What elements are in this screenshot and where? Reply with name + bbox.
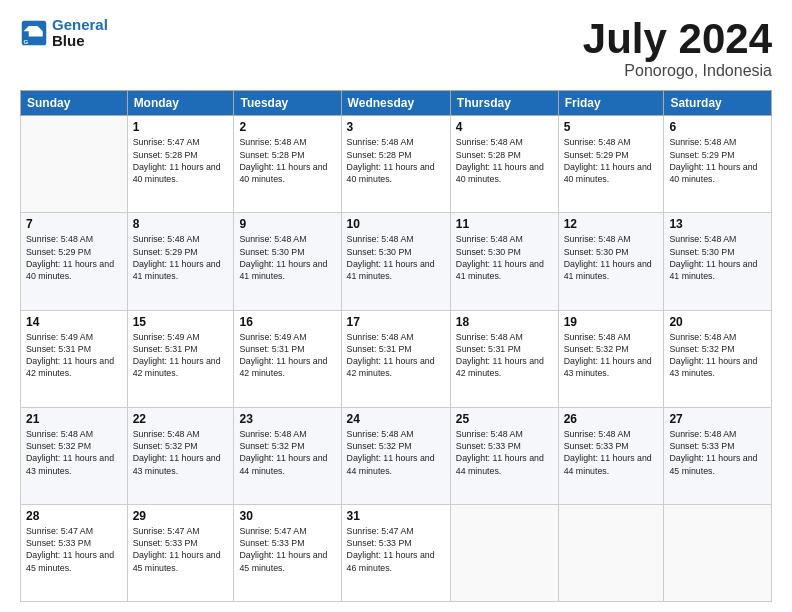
day-number: 17 — [347, 315, 445, 329]
page: G General Blue July 2024 Ponorogo, Indon… — [0, 0, 792, 612]
day-number: 1 — [133, 120, 229, 134]
day-detail: Sunrise: 5:48 AMSunset: 5:28 PMDaylight:… — [239, 136, 335, 185]
calendar-cell: 28Sunrise: 5:47 AMSunset: 5:33 PMDayligh… — [21, 504, 128, 601]
calendar-cell: 30Sunrise: 5:47 AMSunset: 5:33 PMDayligh… — [234, 504, 341, 601]
day-detail: Sunrise: 5:48 AMSunset: 5:31 PMDaylight:… — [347, 331, 445, 380]
svg-text:G: G — [24, 38, 29, 45]
calendar-cell: 10Sunrise: 5:48 AMSunset: 5:30 PMDayligh… — [341, 213, 450, 310]
calendar-cell: 18Sunrise: 5:48 AMSunset: 5:31 PMDayligh… — [450, 310, 558, 407]
day-detail: Sunrise: 5:48 AMSunset: 5:32 PMDaylight:… — [26, 428, 122, 477]
day-number: 20 — [669, 315, 766, 329]
calendar-cell: 22Sunrise: 5:48 AMSunset: 5:32 PMDayligh… — [127, 407, 234, 504]
calendar-cell: 26Sunrise: 5:48 AMSunset: 5:33 PMDayligh… — [558, 407, 664, 504]
day-number: 23 — [239, 412, 335, 426]
calendar-cell: 9Sunrise: 5:48 AMSunset: 5:30 PMDaylight… — [234, 213, 341, 310]
calendar-cell: 14Sunrise: 5:49 AMSunset: 5:31 PMDayligh… — [21, 310, 128, 407]
calendar-cell: 16Sunrise: 5:49 AMSunset: 5:31 PMDayligh… — [234, 310, 341, 407]
day-detail: Sunrise: 5:48 AMSunset: 5:30 PMDaylight:… — [456, 233, 553, 282]
day-detail: Sunrise: 5:48 AMSunset: 5:28 PMDaylight:… — [456, 136, 553, 185]
day-number: 21 — [26, 412, 122, 426]
calendar-cell: 24Sunrise: 5:48 AMSunset: 5:32 PMDayligh… — [341, 407, 450, 504]
day-number: 24 — [347, 412, 445, 426]
header: G General Blue July 2024 Ponorogo, Indon… — [20, 16, 772, 80]
calendar-cell: 29Sunrise: 5:47 AMSunset: 5:33 PMDayligh… — [127, 504, 234, 601]
day-number: 15 — [133, 315, 229, 329]
calendar-cell: 31Sunrise: 5:47 AMSunset: 5:33 PMDayligh… — [341, 504, 450, 601]
day-detail: Sunrise: 5:48 AMSunset: 5:30 PMDaylight:… — [564, 233, 659, 282]
day-detail: Sunrise: 5:48 AMSunset: 5:29 PMDaylight:… — [26, 233, 122, 282]
calendar-cell: 13Sunrise: 5:48 AMSunset: 5:30 PMDayligh… — [664, 213, 772, 310]
calendar-cell: 2Sunrise: 5:48 AMSunset: 5:28 PMDaylight… — [234, 116, 341, 213]
calendar-week-row: 28Sunrise: 5:47 AMSunset: 5:33 PMDayligh… — [21, 504, 772, 601]
day-number: 16 — [239, 315, 335, 329]
day-detail: Sunrise: 5:49 AMSunset: 5:31 PMDaylight:… — [26, 331, 122, 380]
day-number: 26 — [564, 412, 659, 426]
calendar-cell: 4Sunrise: 5:48 AMSunset: 5:28 PMDaylight… — [450, 116, 558, 213]
calendar-cell: 19Sunrise: 5:48 AMSunset: 5:32 PMDayligh… — [558, 310, 664, 407]
logo: G General Blue — [20, 16, 108, 50]
day-number: 12 — [564, 217, 659, 231]
day-number: 14 — [26, 315, 122, 329]
header-row: SundayMondayTuesdayWednesdayThursdayFrid… — [21, 91, 772, 116]
header-day: Friday — [558, 91, 664, 116]
calendar-cell: 23Sunrise: 5:48 AMSunset: 5:32 PMDayligh… — [234, 407, 341, 504]
day-detail: Sunrise: 5:47 AMSunset: 5:28 PMDaylight:… — [133, 136, 229, 185]
day-detail: Sunrise: 5:49 AMSunset: 5:31 PMDaylight:… — [133, 331, 229, 380]
calendar-cell — [558, 504, 664, 601]
day-detail: Sunrise: 5:48 AMSunset: 5:33 PMDaylight:… — [564, 428, 659, 477]
day-detail: Sunrise: 5:48 AMSunset: 5:29 PMDaylight:… — [133, 233, 229, 282]
day-detail: Sunrise: 5:48 AMSunset: 5:30 PMDaylight:… — [669, 233, 766, 282]
day-number: 29 — [133, 509, 229, 523]
day-number: 19 — [564, 315, 659, 329]
day-detail: Sunrise: 5:48 AMSunset: 5:28 PMDaylight:… — [347, 136, 445, 185]
calendar-week-row: 21Sunrise: 5:48 AMSunset: 5:32 PMDayligh… — [21, 407, 772, 504]
day-detail: Sunrise: 5:48 AMSunset: 5:33 PMDaylight:… — [456, 428, 553, 477]
header-day: Sunday — [21, 91, 128, 116]
calendar-week-row: 1Sunrise: 5:47 AMSunset: 5:28 PMDaylight… — [21, 116, 772, 213]
day-number: 7 — [26, 217, 122, 231]
calendar-cell: 20Sunrise: 5:48 AMSunset: 5:32 PMDayligh… — [664, 310, 772, 407]
header-day: Wednesday — [341, 91, 450, 116]
day-number: 3 — [347, 120, 445, 134]
day-detail: Sunrise: 5:48 AMSunset: 5:31 PMDaylight:… — [456, 331, 553, 380]
calendar-week-row: 7Sunrise: 5:48 AMSunset: 5:29 PMDaylight… — [21, 213, 772, 310]
header-day: Monday — [127, 91, 234, 116]
day-number: 2 — [239, 120, 335, 134]
day-number: 25 — [456, 412, 553, 426]
day-number: 8 — [133, 217, 229, 231]
title-month: July 2024 — [583, 16, 772, 62]
calendar-cell: 1Sunrise: 5:47 AMSunset: 5:28 PMDaylight… — [127, 116, 234, 213]
day-number: 28 — [26, 509, 122, 523]
calendar-table: SundayMondayTuesdayWednesdayThursdayFrid… — [20, 90, 772, 602]
day-detail: Sunrise: 5:48 AMSunset: 5:32 PMDaylight:… — [564, 331, 659, 380]
day-detail: Sunrise: 5:48 AMSunset: 5:32 PMDaylight:… — [347, 428, 445, 477]
calendar-cell: 25Sunrise: 5:48 AMSunset: 5:33 PMDayligh… — [450, 407, 558, 504]
calendar-cell — [21, 116, 128, 213]
calendar-cell: 27Sunrise: 5:48 AMSunset: 5:33 PMDayligh… — [664, 407, 772, 504]
day-number: 13 — [669, 217, 766, 231]
logo-icon: G — [20, 19, 48, 47]
day-number: 22 — [133, 412, 229, 426]
day-number: 4 — [456, 120, 553, 134]
calendar-cell: 12Sunrise: 5:48 AMSunset: 5:30 PMDayligh… — [558, 213, 664, 310]
day-number: 30 — [239, 509, 335, 523]
calendar-cell: 15Sunrise: 5:49 AMSunset: 5:31 PMDayligh… — [127, 310, 234, 407]
calendar-cell: 6Sunrise: 5:48 AMSunset: 5:29 PMDaylight… — [664, 116, 772, 213]
calendar-cell: 7Sunrise: 5:48 AMSunset: 5:29 PMDaylight… — [21, 213, 128, 310]
day-detail: Sunrise: 5:48 AMSunset: 5:29 PMDaylight:… — [669, 136, 766, 185]
day-detail: Sunrise: 5:49 AMSunset: 5:31 PMDaylight:… — [239, 331, 335, 380]
day-number: 5 — [564, 120, 659, 134]
day-detail: Sunrise: 5:48 AMSunset: 5:33 PMDaylight:… — [669, 428, 766, 477]
day-number: 18 — [456, 315, 553, 329]
day-detail: Sunrise: 5:47 AMSunset: 5:33 PMDaylight:… — [26, 525, 122, 574]
day-detail: Sunrise: 5:47 AMSunset: 5:33 PMDaylight:… — [347, 525, 445, 574]
calendar-week-row: 14Sunrise: 5:49 AMSunset: 5:31 PMDayligh… — [21, 310, 772, 407]
day-detail: Sunrise: 5:48 AMSunset: 5:30 PMDaylight:… — [239, 233, 335, 282]
header-day: Saturday — [664, 91, 772, 116]
header-day: Thursday — [450, 91, 558, 116]
day-number: 27 — [669, 412, 766, 426]
logo-text: General Blue — [52, 16, 108, 50]
calendar-cell: 17Sunrise: 5:48 AMSunset: 5:31 PMDayligh… — [341, 310, 450, 407]
calendar-cell — [664, 504, 772, 601]
day-number: 11 — [456, 217, 553, 231]
